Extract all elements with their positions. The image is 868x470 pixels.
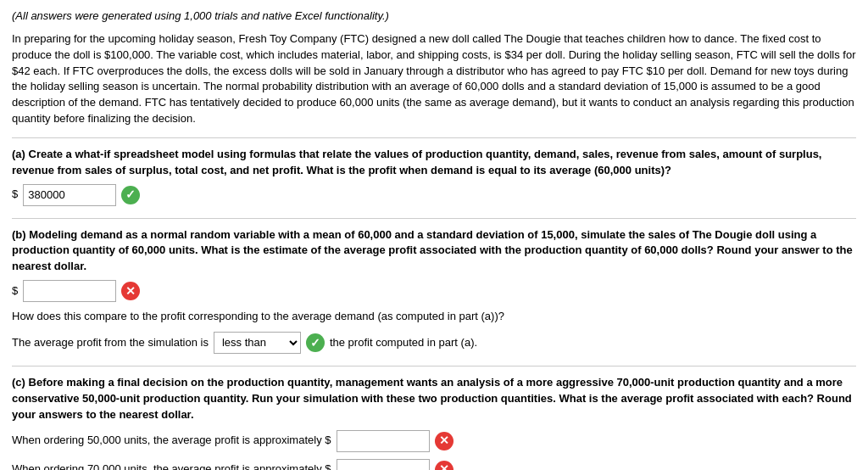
answer-c2-input[interactable] (337, 459, 430, 471)
compare-row-b: The average profit from the simulation i… (12, 332, 856, 354)
intro-text: In preparing for the upcoming holiday se… (12, 31, 856, 127)
q-b-letter: (b) (12, 228, 26, 241)
c1-text: When ordering 50,000 units, the average … (12, 433, 331, 449)
x-icon-c1: ✕ (435, 432, 453, 450)
compare-suffix: the profit computed in part (a). (330, 335, 477, 351)
note-text: (All answers were generated using 1,000 … (12, 8, 856, 25)
check-icon-b2: ✓ (306, 333, 325, 352)
answer-a-row: $ 380000 ✓ (12, 184, 856, 206)
question-c-label: (c) Before making a final decision on th… (12, 375, 856, 423)
c2-text: When ordering 70,000 units, the average … (12, 462, 331, 470)
q-a-letter: (a) (12, 148, 25, 160)
answer-c1-input[interactable] (337, 430, 430, 452)
divider-c (12, 366, 856, 366)
question-a-block: (a) Create a what-if spreadsheet model u… (12, 147, 856, 206)
divider-b (12, 218, 856, 219)
x-icon-b: ✕ (121, 282, 140, 300)
answer-c2-row: When ordering 70,000 units, the average … (12, 459, 856, 471)
question-b-label: (b) Modeling demand as a normal random v… (12, 227, 856, 276)
question-c-block: (c) Before making a final decision on th… (12, 375, 856, 470)
answer-b-input[interactable] (23, 280, 116, 302)
compare-dropdown[interactable]: less than equal to greater than (214, 332, 301, 354)
question-b-block: (b) Modeling demand as a normal random v… (12, 227, 856, 354)
q-c-text: Before making a final decision on the pr… (12, 376, 852, 421)
answer-a-input[interactable]: 380000 (23, 184, 116, 206)
compare-prefix: The average profit from the simulation i… (12, 335, 209, 351)
question-a-label: (a) Create a what-if spreadsheet model u… (12, 147, 856, 179)
dollar-b: $ (12, 283, 18, 299)
q-c-letter: (c) (12, 376, 25, 389)
answer-b-row: $ ✕ (12, 280, 856, 302)
dollar-a: $ (12, 187, 18, 203)
q-a-text: Create a what-if spreadsheet model using… (12, 148, 821, 176)
check-icon-a: ✓ (121, 186, 140, 204)
x-icon-c2: ✕ (435, 461, 453, 471)
compare-question-text: How does this compare to the profit corr… (12, 309, 856, 325)
q-b-text: Modeling demand as a normal random varia… (12, 228, 853, 273)
divider-a (12, 137, 856, 138)
answer-c1-row: When ordering 50,000 units, the average … (12, 430, 856, 452)
